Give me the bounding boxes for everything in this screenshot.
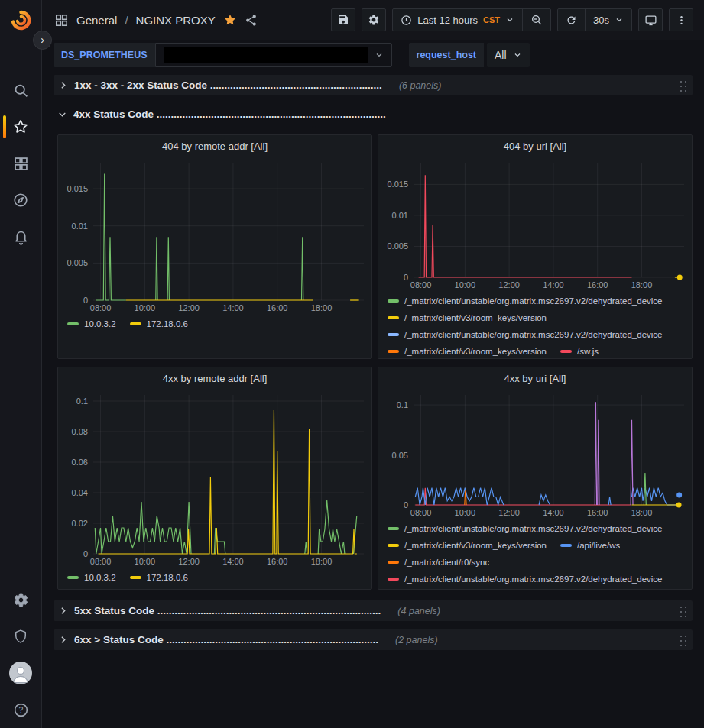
svg-text:0.02: 0.02 <box>72 519 88 528</box>
refresh-button[interactable] <box>558 9 585 31</box>
legend-swatch <box>130 576 141 579</box>
datasource-value-redacted <box>164 47 368 63</box>
svg-text:14:00: 14:00 <box>222 303 244 312</box>
timeseries-chart[interactable]: 00.050.108:0010:0012:0014:0016:0018:00 <box>378 389 692 519</box>
row-panel-count: (2 panels) <box>395 635 438 645</box>
tv-mode-button[interactable] <box>638 8 663 31</box>
legend-item[interactable]: /_matrix/client/r0/sync <box>388 554 489 571</box>
svg-text:18:00: 18:00 <box>631 508 653 517</box>
favorite-star-icon[interactable] <box>223 13 237 27</box>
svg-text:16:00: 16:00 <box>587 508 608 517</box>
bell-icon <box>13 229 29 245</box>
svg-text:08:00: 08:00 <box>90 303 112 312</box>
svg-text:18:00: 18:00 <box>311 557 333 566</box>
time-picker-group: Last 12 hours CST <box>392 8 551 31</box>
legend-swatch <box>560 544 572 547</box>
row-drag-handle[interactable] <box>679 79 688 92</box>
svg-text:0.1: 0.1 <box>397 400 408 409</box>
svg-text:08:00: 08:00 <box>410 508 432 517</box>
svg-text:10:00: 10:00 <box>455 280 476 290</box>
refresh-interval-picker[interactable]: 30s <box>585 9 631 31</box>
legend-item[interactable]: /_matrix/client/v3/room_keys/version <box>388 537 547 554</box>
legend-swatch <box>560 350 572 353</box>
save-dashboard-button[interactable] <box>331 8 355 31</box>
breadcrumb-dashboard-title[interactable]: NGINX PROXY <box>136 14 216 27</box>
legend-item[interactable]: /api/live/ws <box>560 537 620 554</box>
chevron-down-icon <box>513 50 522 60</box>
svg-text:0: 0 <box>404 500 408 510</box>
panel-title[interactable]: 404 by uri [All] <box>378 135 692 157</box>
svg-text:14:00: 14:00 <box>222 557 244 566</box>
zoom-out-button[interactable] <box>522 9 550 31</box>
sidebar-item-dashboards[interactable] <box>0 145 42 182</box>
legend-item[interactable]: 10.0.3.2 <box>67 569 116 586</box>
row-5xx[interactable]: 5xx Status Code ........................… <box>54 600 693 621</box>
legend-item[interactable]: /_matrix/client/unstable/org.matrix.msc2… <box>388 326 663 343</box>
row-4xx[interactable]: 4xx Status Code ........................… <box>57 104 693 125</box>
share-icon[interactable] <box>245 14 258 27</box>
svg-text:10:00: 10:00 <box>135 303 156 312</box>
row-panel-count: (6 panels) <box>399 80 442 91</box>
legend-item[interactable]: 172.18.0.6 <box>130 315 188 332</box>
grafana-logo[interactable] <box>11 10 31 31</box>
refresh-interval-label: 30s <box>593 15 609 26</box>
refresh-icon <box>566 15 577 26</box>
legend-item[interactable]: /_matrix/client/unstable/org.matrix.msc2… <box>388 520 663 537</box>
chevron-right-icon <box>58 606 68 616</box>
sidebar-item-alerting[interactable] <box>0 218 42 255</box>
svg-text:12:00: 12:00 <box>178 557 200 566</box>
sidebar-item-starred[interactable] <box>0 108 42 145</box>
dashboards-grid-icon <box>13 156 29 172</box>
chevron-down-icon <box>505 15 514 24</box>
svg-text:0.015: 0.015 <box>67 184 88 193</box>
nav-sidebar: ? <box>0 0 42 728</box>
svg-text:0.015: 0.015 <box>387 180 408 189</box>
svg-text:18:00: 18:00 <box>311 303 333 312</box>
breadcrumb-section[interactable]: General <box>76 14 117 27</box>
request-host-select[interactable]: All <box>487 43 530 67</box>
sidebar-expand-button[interactable]: › <box>33 31 52 50</box>
legend-item[interactable]: /_matrix/client/unstable/org.matrix.msc2… <box>388 571 663 587</box>
variable-request-host: request_host All <box>409 43 530 67</box>
sidebar-item-server-admin[interactable] <box>0 618 42 655</box>
sidebar-item-profile[interactable] <box>0 655 42 691</box>
datasource-select[interactable] <box>155 43 392 67</box>
legend-swatch <box>388 299 399 303</box>
legend-item[interactable]: /_matrix/client/v3/room_keys/version <box>388 309 547 326</box>
more-options-button[interactable] <box>669 8 693 31</box>
panel-title[interactable]: 4xx by remote addr [All] <box>58 367 371 389</box>
panel-title[interactable]: 404 by remote addr [All] <box>58 135 371 157</box>
row-title: 1xx - 3xx - 2xx Status Code ............… <box>74 79 382 91</box>
variables-bar: DS_PROMETHEUS request_host All <box>42 40 704 70</box>
row-6xx[interactable]: 6xx > Status Code ......................… <box>54 629 693 650</box>
apps-grid-icon <box>54 13 69 28</box>
time-range-picker[interactable]: Last 12 hours CST <box>393 9 522 31</box>
legend-label: /sw.js <box>577 347 599 356</box>
legend-item[interactable]: 172.18.0.6 <box>130 569 188 586</box>
legend-swatch <box>67 576 79 579</box>
legend-item[interactable]: 10.0.3.2 <box>67 315 116 332</box>
sidebar-item-search[interactable] <box>0 72 42 108</box>
svg-text:0: 0 <box>83 296 88 305</box>
svg-text:0.06: 0.06 <box>72 458 88 467</box>
row-drag-handle[interactable] <box>679 634 688 646</box>
sidebar-item-help[interactable]: ? <box>0 691 42 728</box>
sidebar-item-configuration[interactable] <box>0 581 42 618</box>
sidebar-item-explore[interactable] <box>0 182 42 218</box>
panel-title[interactable]: 4xx by uri [All] <box>378 367 692 389</box>
legend-item[interactable]: /_matrix/client/unstable/org.matrix.msc2… <box>388 293 663 309</box>
svg-text:12:00: 12:00 <box>178 303 200 312</box>
legend-swatch <box>130 322 141 325</box>
legend-label: /_matrix/client/unstable/org.matrix.msc2… <box>404 330 663 339</box>
svg-text:16:00: 16:00 <box>587 280 608 290</box>
timeseries-chart[interactable]: 00.0050.010.01508:0010:0012:0014:0016:00… <box>58 157 371 314</box>
row-1xx-3xx-2xx[interactable]: 1xx - 3xx - 2xx Status Code ............… <box>54 75 693 95</box>
datasource-label: DS_PROMETHEUS <box>54 43 155 67</box>
timeseries-chart[interactable]: 00.020.040.060.080.108:0010:0012:0014:00… <box>58 389 371 568</box>
timeseries-chart[interactable]: 00.0050.010.01508:0010:0012:0014:0016:00… <box>378 157 692 291</box>
legend-item[interactable]: /sw.js <box>560 343 599 358</box>
legend-item[interactable]: /_matrix/client/v3/room_keys/version <box>388 343 547 358</box>
dashboard-settings-button[interactable] <box>362 8 386 31</box>
svg-text:0.04: 0.04 <box>72 488 88 497</box>
row-drag-handle[interactable] <box>679 605 688 617</box>
